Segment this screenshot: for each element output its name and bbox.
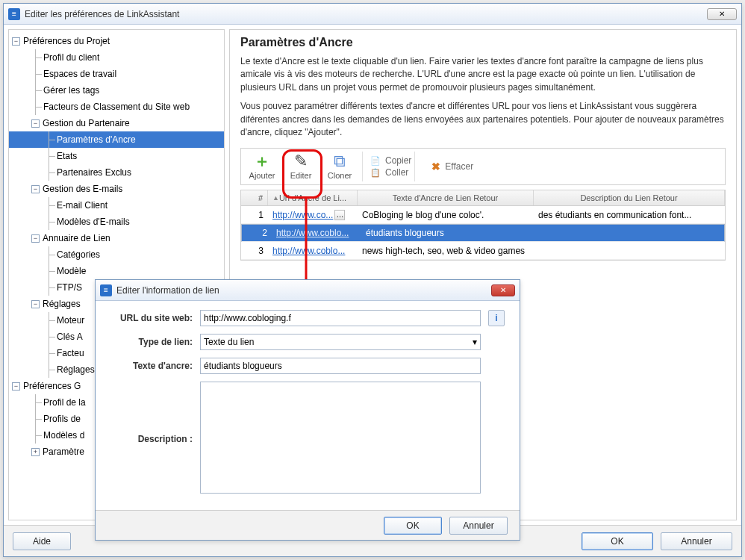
tree-line-icon: [31, 82, 42, 99]
tree-line-icon: [45, 345, 55, 361]
anchor-table: # Url d'Ancre de Li... Texte d'Ancre de …: [240, 190, 726, 261]
tree-line-icon: [45, 214, 55, 230]
col-number[interactable]: #: [241, 190, 268, 205]
dialog-title: Editer l'information de lien: [116, 285, 487, 296]
anchor-input[interactable]: [200, 358, 481, 374]
app-icon: ≡: [100, 284, 112, 296]
collapse-icon[interactable]: −: [31, 119, 40, 128]
collapse-icon[interactable]: −: [12, 37, 20, 46]
chevron-down-icon: ▾: [473, 337, 477, 347]
url-link[interactable]: http://www.coblo...: [272, 246, 345, 256]
anchor-label: Texte d'ancre:: [110, 361, 193, 371]
type-label: Type de lien:: [110, 337, 193, 347]
tree-node-email-templates[interactable]: Modèles d'E-mails: [9, 214, 224, 230]
collapse-icon[interactable]: −: [31, 234, 40, 243]
tree-node-email-mgmt[interactable]: −Gestion des E-mails: [9, 181, 224, 197]
delete-button[interactable]: ✖ Effacer: [431, 150, 473, 183]
collapse-icon[interactable]: −: [31, 300, 40, 308]
dialog-footer: OK Annuler: [96, 510, 520, 540]
tree-node-email-client[interactable]: E-mail Client: [9, 197, 224, 214]
table-header: # Url d'Ancre de Li... Texte d'Ancre de …: [241, 190, 725, 206]
tree-line-icon: [45, 361, 55, 378]
tree-node-manage-tags[interactable]: Gérer les tags: [9, 82, 224, 99]
collapse-icon[interactable]: −: [31, 185, 40, 193]
edit-button[interactable]: ✎ Editer: [281, 150, 320, 183]
plus-icon: ＋: [254, 153, 270, 169]
paste-button[interactable]: 📋Coller: [370, 167, 411, 178]
tree-line-icon: [45, 246, 55, 263]
tree-line-icon: [45, 279, 55, 296]
toolbar-separator: [362, 152, 363, 181]
tree-line-icon: [31, 49, 42, 66]
tree-node-excluded-partners[interactable]: Partenaires Exclus: [9, 164, 224, 181]
tree-node-template[interactable]: Modèle: [9, 263, 224, 279]
titlebar: ≡ Editer les préférences de LinkAssistan…: [4, 4, 741, 25]
paste-icon: 📋: [370, 168, 381, 178]
tree-line-icon: [45, 148, 55, 164]
url-link[interactable]: http://www.coblo...: [276, 228, 349, 238]
table-row[interactable]: 3 http://www.coblo... news high-tech, se…: [241, 242, 725, 260]
copy-button[interactable]: 📄Copier: [370, 155, 411, 166]
info-button[interactable]: i: [488, 310, 505, 326]
action-toolbar: ＋ Ajouter ✎ Editer ⧉ Cloner 📄Copier 📋Col…: [240, 148, 726, 185]
tree-node-workspaces[interactable]: Espaces de travail: [9, 66, 224, 82]
type-select[interactable]: Texte du lien ▾: [200, 334, 481, 350]
tree-line-icon: [31, 66, 42, 82]
tree-node-states[interactable]: Etats: [9, 148, 224, 164]
dialog-cancel-button[interactable]: Annuler: [449, 517, 508, 535]
col-text[interactable]: Texte d'Ancre de Lien Retour: [358, 190, 534, 205]
col-url[interactable]: Url d'Ancre de Li...: [268, 190, 358, 205]
clone-button[interactable]: ⧉ Cloner: [320, 150, 359, 183]
help-button[interactable]: Aide: [13, 532, 71, 550]
edit-link-dialog: ≡ Editer l'information de lien ✕ URL du …: [95, 279, 520, 541]
tree-node-ranking-factors[interactable]: Facteurs de Classement du Site web: [9, 99, 224, 115]
tree-line-icon: [31, 394, 42, 411]
tree-line-icon: [45, 197, 55, 214]
tree-line-icon: [45, 131, 55, 148]
tree-node-client-profile[interactable]: Profil du client: [9, 49, 224, 66]
app-icon: ≡: [8, 8, 20, 20]
url-label: URL du site web:: [110, 313, 193, 323]
dialog-ok-button[interactable]: OK: [384, 517, 442, 535]
expand-icon[interactable]: +: [31, 448, 40, 456]
tree-line-icon: [31, 427, 42, 444]
tree-node-anchor-settings[interactable]: Paramètres d'Ancre: [9, 131, 224, 148]
tree-node-project-prefs[interactable]: −Préférences du Projet: [9, 33, 224, 49]
desc-label: Description :: [110, 434, 193, 444]
url-input[interactable]: [200, 310, 481, 326]
window-title: Editer les préférences de LinkAssistant: [25, 9, 702, 19]
copy-icon: 📄: [370, 156, 381, 166]
intro-para-2: Vous pouvez paramétrer différents textes…: [240, 100, 726, 139]
pencil-icon: ✎: [294, 153, 308, 169]
collapse-icon[interactable]: −: [12, 382, 20, 391]
table-row[interactable]: 2 http://www.coblo... étudiants blogueur…: [241, 224, 725, 242]
toolbar-separator: [414, 152, 415, 181]
window-close-button[interactable]: ✕: [707, 8, 737, 20]
page-title: Paramètres d'Ancre: [240, 36, 726, 49]
cancel-button[interactable]: Annuler: [661, 532, 732, 550]
add-button[interactable]: ＋ Ajouter: [243, 150, 281, 183]
delete-icon: ✖: [431, 161, 440, 172]
dialog-close-button[interactable]: ✕: [491, 284, 515, 296]
tree-line-icon: [31, 411, 42, 427]
table-row[interactable]: 1 http://www.co...… CoBloging le blog d'…: [241, 206, 725, 224]
clone-icon: ⧉: [334, 153, 346, 169]
url-browse-button[interactable]: …: [334, 210, 345, 220]
tree-line-icon: [45, 263, 55, 279]
col-desc[interactable]: Description du Lien Retour: [534, 190, 725, 205]
tree-line-icon: [31, 99, 42, 115]
url-link[interactable]: http://www.co...: [272, 210, 333, 220]
tree-line-icon: [45, 329, 55, 345]
description-textarea[interactable]: [200, 382, 481, 494]
tree-node-categories[interactable]: Catégories: [9, 246, 224, 263]
tree-node-link-directory[interactable]: −Annuaire de Lien: [9, 230, 224, 246]
tree-line-icon: [45, 164, 55, 181]
dialog-titlebar: ≡ Editer l'information de lien ✕: [96, 280, 520, 301]
tree-node-partner-mgmt[interactable]: −Gestion du Partenaire: [9, 115, 224, 131]
tree-line-icon: [45, 312, 55, 329]
intro-para-1: Le texte d'Ancre est le texte cliquable …: [240, 55, 726, 94]
ok-button[interactable]: OK: [582, 532, 653, 550]
